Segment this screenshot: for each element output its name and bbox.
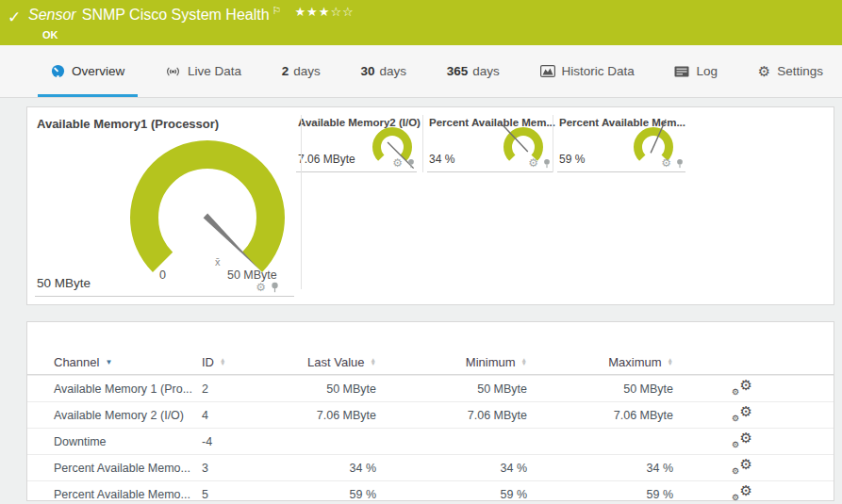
cell-last-value: 59 % — [277, 488, 376, 501]
column-header-maximum[interactable]: Maximum ▲▼ — [527, 355, 673, 369]
gauge-scale-max: 50 MByte — [227, 268, 277, 282]
cell-id: 4 — [202, 409, 277, 422]
cell-last-value: 50 MByte — [277, 382, 376, 396]
cell-last-value: 7.06 MByte — [277, 409, 376, 422]
live-data-icon — [165, 65, 181, 78]
gauge-settings-gear-icon[interactable]: ⚙ — [392, 157, 403, 169]
channels-table-panel: Channel ▼ ID ▲▼ Last Value ▲▼ Minimum ▲▼… — [26, 321, 834, 501]
average-marker: x̄ — [215, 256, 221, 268]
tab-bar: Overview Live Data 2 days 30 days 365 da… — [0, 45, 842, 98]
tab-365-days[interactable]: 365 days — [434, 45, 513, 97]
rating-stars[interactable]: ★★★☆☆ — [294, 5, 354, 19]
channel-settings-icon[interactable]: ⚙⚙ — [732, 458, 752, 475]
cell-minimum: 34 % — [376, 462, 527, 475]
gauge-settings-gear-icon[interactable]: ⚙ — [661, 157, 671, 169]
cell-channel: Available Memory 1 (Pro... — [54, 382, 202, 396]
cell-channel: Downtime — [54, 435, 202, 448]
table-row: Available Memory 1 (Pro... 2 50 MByte 50… — [27, 375, 834, 401]
cell-id: -4 — [202, 435, 277, 448]
cell-maximum: 59 % — [527, 488, 673, 501]
channels-table: Channel ▼ ID ▲▼ Last Value ▲▼ Minimum ▲▼… — [27, 350, 834, 504]
table-row: Percent Available Memo... 3 34 % 34 % 34… — [27, 454, 834, 480]
channel-settings-icon[interactable]: ⚙⚙ — [732, 431, 752, 448]
cell-minimum: 50 MByte — [376, 382, 527, 396]
pin-icon[interactable] — [271, 282, 279, 293]
column-header-channel[interactable]: Channel ▼ — [54, 355, 202, 369]
tab-settings[interactable]: ⚙ Settings — [745, 45, 836, 97]
sort-desc-icon: ▼ — [105, 358, 112, 366]
pin-icon[interactable] — [676, 158, 684, 169]
gauge-tile-available-memory1: Available Memory1 (Processor) x̄ 0 50 MB… — [35, 115, 294, 297]
pin-icon[interactable] — [407, 158, 415, 169]
column-header-minimum[interactable]: Minimum ▲▼ — [376, 355, 527, 369]
cell-maximum: 50 MByte — [527, 382, 673, 396]
cell-minimum: 59 % — [376, 488, 527, 501]
gauge-value: 7.06 MByte — [298, 153, 355, 166]
cell-id: 2 — [202, 382, 277, 396]
gauge-tile-available-memory2: Available Memory2 (I/O) 7.06 MByte ⚙ — [296, 115, 417, 172]
gauges-panel: Available Memory1 (Processor) x̄ 0 50 MB… — [26, 106, 834, 305]
gauge-value: 50 MByte — [37, 276, 91, 290]
tab-2-days[interactable]: 2 days — [269, 45, 334, 97]
cell-id: 3 — [202, 462, 277, 475]
gauge-chart-main: x̄ 0 50 MByte — [113, 138, 302, 296]
cell-id: 5 — [202, 488, 277, 501]
pin-icon[interactable] — [543, 158, 551, 169]
gauge-icon — [51, 64, 65, 78]
sort-icon: ▲▼ — [220, 358, 225, 366]
tile-divider — [553, 115, 553, 172]
page-title: SNMP Cisco System Health — [82, 7, 270, 23]
gauge-settings-gear-icon[interactable]: ⚙ — [256, 282, 266, 293]
flag-icon[interactable]: ⚐ — [272, 5, 282, 16]
tab-overview[interactable]: Overview — [38, 45, 138, 97]
settings-gear-icon: ⚙ — [758, 64, 770, 78]
sensor-title-line: SensorSNMP Cisco System Health⚐★★★☆☆ — [28, 7, 355, 24]
log-icon — [674, 66, 689, 77]
sort-icon: ▲▼ — [668, 358, 673, 366]
tab-historic-data[interactable]: Historic Data — [527, 45, 648, 97]
cell-channel: Available Memory 2 (I/O) — [54, 409, 202, 422]
channel-settings-icon[interactable]: ⚙⚙ — [732, 379, 752, 396]
tab-live-data[interactable]: Live Data — [152, 45, 255, 97]
cell-maximum: 7.06 MByte — [527, 409, 673, 422]
status-check-icon: ✓ — [8, 8, 21, 27]
channel-settings-icon[interactable]: ⚙⚙ — [732, 484, 752, 501]
cell-last-value: 34 % — [277, 462, 376, 475]
gauge-title: Available Memory1 (Processor) — [37, 117, 219, 131]
status-badge: OK — [42, 29, 58, 41]
cell-channel: Percent Available Memo... — [54, 462, 202, 475]
cell-minimum: 7.06 MByte — [376, 409, 527, 422]
gauge-tile-percent-available-memory-2: Percent Available Mem... 59 % ⚙ — [557, 115, 685, 172]
tab-log[interactable]: Log — [661, 45, 731, 97]
tile-divider — [422, 115, 423, 172]
table-row: Available Memory 2 (I/O) 4 7.06 MByte 7.… — [27, 401, 834, 428]
gauge-value: 59 % — [559, 153, 585, 166]
gauge-value: 34 % — [429, 153, 454, 166]
gauge-scale-min: 0 — [159, 268, 166, 282]
table-row: Downtime -4 ⚙⚙ — [27, 428, 834, 454]
cell-channel: Percent Available Memo... — [54, 488, 202, 501]
cell-maximum: 34 % — [527, 462, 673, 475]
sensor-header: ✓ SensorSNMP Cisco System Health⚐★★★☆☆ O… — [0, 0, 842, 45]
gauge-settings-gear-icon[interactable]: ⚙ — [528, 157, 538, 169]
historic-data-icon — [540, 65, 555, 77]
tile-divider — [301, 115, 302, 289]
table-row: Percent Available Memo... 5 59 % 59 % 59… — [27, 480, 834, 504]
channel-settings-icon[interactable]: ⚙⚙ — [732, 405, 752, 422]
gauge-tile-percent-available-memory-1: Percent Available Mem... 34 % ⚙ — [427, 115, 553, 172]
table-header-row: Channel ▼ ID ▲▼ Last Value ▲▼ Minimum ▲▼… — [27, 350, 834, 375]
sensor-kind-label: Sensor — [28, 7, 76, 23]
column-header-last-value[interactable]: Last Value ▲▼ — [277, 355, 376, 369]
column-header-id[interactable]: ID ▲▼ — [202, 355, 277, 369]
tab-30-days[interactable]: 30 days — [347, 45, 420, 97]
